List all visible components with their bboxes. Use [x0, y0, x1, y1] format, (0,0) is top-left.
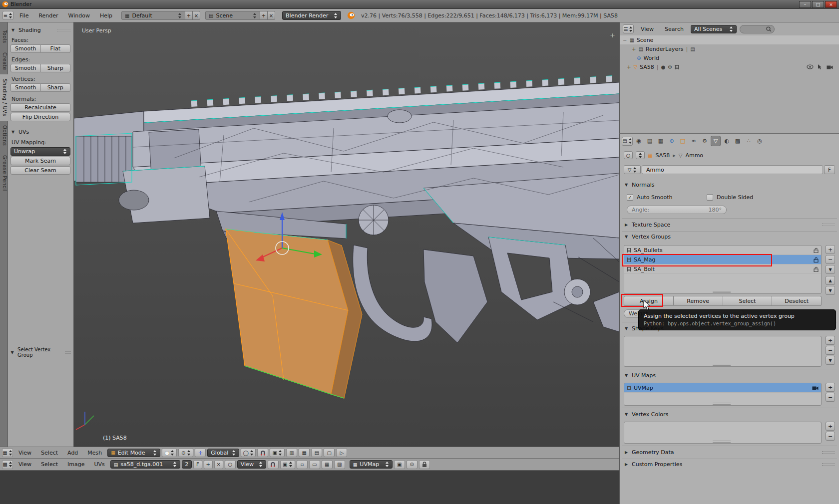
remove-vertex-group-button[interactable]: −	[826, 255, 835, 264]
scene-selector[interactable]: ▤ Scene	[205, 11, 260, 20]
operator-redo-panel-header[interactable]: ▼ Select Vertex Group	[10, 348, 71, 357]
uv-selection-edge-button[interactable]: ▭	[309, 460, 320, 469]
add-shape-key-button[interactable]: +	[826, 336, 835, 345]
mark-seam-button[interactable]: Mark Seam	[10, 157, 70, 165]
tab-object-data[interactable]: ▽	[711, 136, 721, 146]
visibility-eye-icon[interactable]	[807, 64, 814, 69]
angle-slider[interactable]: Angle: 180°	[627, 206, 727, 214]
outliner-item-scene[interactable]: − ▦ Scene	[620, 35, 839, 44]
add-vertex-group-button[interactable]: +	[826, 245, 835, 254]
image-datablock-selector[interactable]: ▤ sa58_d.tga.001	[110, 460, 180, 469]
panel-normals-header[interactable]: ▼ Normals	[624, 180, 835, 189]
breadcrumb-object[interactable]: SA58	[655, 152, 670, 159]
panel-custom-properties-header[interactable]: ▶ Custom Properties	[624, 460, 835, 469]
unwrap-dropdown[interactable]: Unwrap	[10, 147, 70, 156]
faces-flat-button[interactable]: Flat	[41, 44, 71, 53]
pin-id-button[interactable]: ○	[624, 151, 633, 159]
tab-modifiers[interactable]: ⚙	[700, 136, 710, 146]
panel-uv-maps-header[interactable]: ▼ UV Maps	[624, 371, 835, 380]
editor-type-info-button[interactable]: ≡	[2, 11, 13, 20]
panel-vertex-colors-header[interactable]: ▼ Vertex Colors	[624, 410, 835, 419]
view3d-menu-view[interactable]: View	[14, 450, 35, 456]
faces-smooth-button[interactable]: Smooth	[10, 44, 41, 53]
outliner-item-renderlayers[interactable]: + ▤ RenderLayers | ▤	[620, 44, 839, 53]
new-image-button[interactable]: +	[204, 460, 213, 469]
vertex-group-specials-button[interactable]: ▼	[826, 265, 835, 274]
datablock-name-input[interactable]	[642, 165, 823, 174]
shape-keys-list[interactable]	[624, 336, 822, 367]
outliner-item-sa58[interactable]: + ▽ SA58 | ● ⚙	[620, 62, 839, 71]
unlink-image-button[interactable]: ×	[214, 460, 223, 469]
selectability-cursor-icon[interactable]	[818, 64, 823, 70]
update-lock-button[interactable]	[419, 460, 430, 469]
close-button[interactable]: ×	[825, 1, 837, 8]
view3d-menu-mesh[interactable]: Mesh	[83, 450, 106, 456]
panel-geometry-data-header[interactable]: ▶ Geometry Data	[624, 448, 835, 457]
uv-menu-image[interactable]: Image	[63, 461, 88, 468]
lock-open-icon[interactable]	[814, 257, 819, 262]
editor-type-outliner-button[interactable]: ☰	[623, 24, 634, 33]
tab-material[interactable]: ◐	[722, 136, 732, 146]
panel-vertex-groups-header[interactable]: ▼ Vertex Groups	[624, 232, 835, 241]
lock-open-icon[interactable]	[814, 248, 819, 253]
edges-sharp-button[interactable]: Sharp	[41, 64, 71, 72]
image-users-count[interactable]: 2	[182, 460, 192, 469]
pivot-uv-button[interactable]: ⊙	[407, 460, 418, 469]
select-button[interactable]: Select	[723, 296, 773, 306]
uv-selection-face-button[interactable]: ▦	[322, 460, 333, 469]
render-border-button[interactable]: ▤	[311, 448, 322, 457]
remove-uv-map-button[interactable]: −	[826, 393, 835, 402]
edges-smooth-button[interactable]: Smooth	[10, 64, 41, 72]
layers-button[interactable]: ▦	[299, 448, 310, 457]
render-engine-dropdown[interactable]: Blender Render	[282, 11, 341, 20]
move-group-down-button[interactable]: ▼	[826, 286, 835, 295]
menu-file[interactable]: File	[15, 12, 32, 19]
renderability-camera-icon[interactable]	[827, 64, 833, 69]
uv-editor-canvas[interactable]	[0, 471, 619, 504]
opengl-render-image-button[interactable]: ▢	[324, 448, 335, 457]
uv-menu-uvs[interactable]: UVs	[90, 461, 109, 468]
outliner-menu-view[interactable]: View	[637, 26, 658, 32]
panel-texture-space-header[interactable]: ▶ Texture Space	[624, 220, 835, 229]
maximize-button[interactable]: □	[812, 1, 824, 8]
mesh-datablock-browse-button[interactable]: ▽	[624, 165, 641, 174]
uv-map-selector[interactable]: ▦ UVMap	[350, 460, 393, 469]
minimize-button[interactable]: –	[799, 1, 811, 8]
pivot-point-dropdown[interactable]: ⊙	[178, 448, 193, 457]
vertices-smooth-button[interactable]: Smooth	[10, 83, 41, 92]
fake-user-button[interactable]: F	[193, 460, 202, 469]
delete-scene-button[interactable]: ×	[267, 11, 275, 20]
panel-shading-header[interactable]: ▼ Shading	[10, 25, 70, 34]
list-resize-grip[interactable]	[713, 364, 731, 366]
occlude-geometry-button[interactable]: ▥	[286, 448, 297, 457]
transform-orientation-dropdown[interactable]: Global	[207, 449, 239, 457]
vertices-sharp-button[interactable]: Sharp	[41, 83, 71, 92]
editor-type-uv-button[interactable]: ▩	[2, 460, 13, 469]
proportional-edit-dropdown[interactable]: ◯	[241, 448, 256, 457]
auto-smooth-checkbox[interactable]: ✓	[627, 194, 633, 201]
region-corner-widget[interactable]: +	[610, 31, 615, 39]
double-sided-option[interactable]: Double Sided	[707, 194, 753, 201]
browse-context-button[interactable]	[636, 151, 645, 159]
snap-magnet-button[interactable]	[257, 448, 268, 457]
tab-particles[interactable]: ∴	[744, 136, 754, 146]
tab-object[interactable]: □	[678, 136, 688, 146]
tab-create[interactable]: Create	[0, 48, 8, 75]
tab-physics[interactable]: ◎	[755, 136, 765, 146]
tab-texture[interactable]: ▩	[733, 136, 743, 146]
uv-selection-vertex-button[interactable]: ▫	[297, 460, 308, 469]
uv-snap-magnet-button[interactable]	[268, 460, 279, 469]
tab-options[interactable]: Options	[0, 121, 8, 150]
outliner-search-input[interactable]	[740, 25, 775, 33]
menu-render[interactable]: Render	[34, 12, 62, 19]
move-group-up-button[interactable]: ▲	[826, 276, 835, 285]
screen-layout-selector[interactable]: ▦ Default	[121, 11, 185, 20]
render-camera-icon[interactable]	[812, 385, 819, 390]
viewport-shading-dropdown[interactable]: ●	[162, 448, 177, 457]
editor-type-3dview-button[interactable]: ▦	[2, 448, 13, 457]
delete-screen-layout-button[interactable]: ×	[192, 11, 200, 20]
opengl-render-anim-button[interactable]: ▷	[336, 448, 347, 457]
add-uv-map-button[interactable]: +	[826, 383, 835, 392]
uv-snap-element-dropdown[interactable]: ▣	[280, 460, 295, 469]
uv-selection-island-button[interactable]: ▨	[334, 460, 345, 469]
